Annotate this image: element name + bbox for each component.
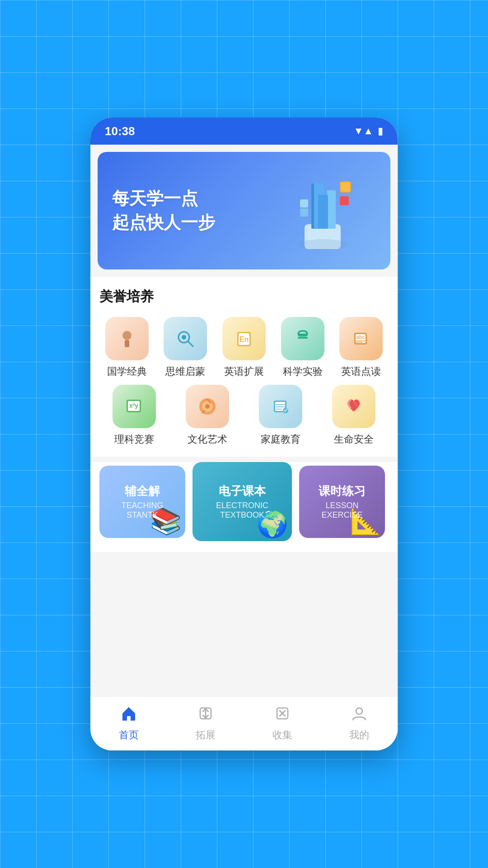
svg-point-16 [182, 335, 186, 340]
nav-collect-label: 收集 [272, 728, 292, 742]
nav-mine-label: 我的 [349, 728, 369, 742]
svg-rect-8 [341, 182, 350, 192]
svg-point-12 [298, 239, 347, 250]
jiating-label: 家庭教育 [261, 434, 300, 445]
yingyu2-label: 英语点读 [341, 366, 381, 377]
shengming-label: 生命安全 [334, 434, 374, 445]
lesson-title-cn: 课时练习 [319, 483, 366, 499]
pujie-title-en: TEACHINGSTANTK [121, 501, 163, 520]
svg-rect-22 [299, 336, 307, 337]
svg-rect-6 [318, 195, 328, 229]
kexue-label: 科学实验 [283, 366, 323, 377]
category-kexue[interactable]: 科学实验 [275, 317, 330, 377]
books-svg [273, 156, 372, 256]
feature-card-pujie[interactable]: 辅全解 TEACHINGSTANTK 📚 [99, 466, 185, 538]
svg-rect-9 [340, 196, 349, 205]
yingyu2-icon-box: abc [339, 317, 383, 360]
banner-text: 每天学一点 起点快人一步 [112, 187, 215, 235]
svg-point-34 [205, 404, 210, 409]
nav-collect[interactable]: 收集 [244, 705, 321, 742]
electronic-title-en: ELECTRONICTEXTBOOK [216, 501, 268, 520]
svg-rect-23 [298, 337, 308, 339]
banner-illustration [273, 156, 381, 265]
category-yingyu2[interactable]: abc 英语点读 [333, 317, 389, 377]
feature-cards-container[interactable]: 辅全解 TEACHINGSTANTK 📚 电子课本 ELECTRONICTEXT… [90, 462, 398, 545]
mine-icon [351, 705, 367, 726]
category-like[interactable]: x²y 理科竞赛 [99, 385, 169, 445]
expand-icon [197, 705, 214, 726]
like-icon-box: x²y [113, 385, 156, 428]
feature-section: 辅全解 TEACHINGSTANTK 📚 电子课本 ELECTRONICTEXT… [90, 462, 398, 552]
signal-icon: ▼▲ [353, 125, 373, 137]
scroll-content[interactable]: 每天学一点 起点快人一步 [90, 145, 398, 696]
category-guoxue[interactable]: 国学经典 [99, 317, 155, 377]
wenhua-label: 文化艺术 [188, 434, 227, 445]
siwei-icon-box [164, 317, 207, 360]
svg-rect-10 [300, 199, 308, 208]
siwei-label: 思维启蒙 [165, 366, 205, 377]
bottom-navigation: 首页 拓展 收集 我的 [90, 696, 398, 750]
nav-expand-label: 拓展 [196, 728, 216, 742]
svg-rect-3 [311, 184, 314, 229]
phone-frame: 10:38 ▼▲ ▮ 每天学一点 起点快人一步 [90, 118, 398, 750]
yingyu-label: 英语扩展 [224, 366, 264, 377]
nav-mine[interactable]: 我的 [321, 705, 398, 742]
status-time: 10:38 [105, 124, 135, 138]
nav-expand[interactable]: 拓展 [167, 705, 244, 742]
feature-card-lesson[interactable]: 课时练习 LESSONEXERCISE 📐 [299, 466, 385, 538]
banner-title: 每天学一点 起点快人一步 [112, 187, 215, 235]
guoxue-icon-box [105, 317, 149, 360]
banner: 每天学一点 起点快人一步 [98, 152, 390, 269]
svg-text:abc: abc [357, 334, 365, 340]
svg-point-13 [122, 331, 131, 340]
category-jiating[interactable]: 家庭教育 [246, 385, 315, 445]
nav-home[interactable]: 首页 [90, 705, 167, 742]
pujie-title-cn: 辅全解 [125, 483, 160, 499]
wenhua-icon-box [186, 385, 229, 428]
guoxue-label: 国学经典 [107, 366, 147, 377]
collect-icon [274, 705, 291, 726]
icon-grid-row2: x²y 理科竞赛 文化艺术 家庭教育 [99, 385, 389, 445]
jiating-icon-box [259, 385, 302, 428]
svg-rect-21 [298, 334, 308, 336]
category-yingyu[interactable]: En 英语扩展 [216, 317, 272, 377]
lesson-title-en: LESSONEXERCISE [321, 501, 362, 520]
svg-rect-11 [300, 208, 308, 217]
battery-icon: ▮ [378, 125, 383, 137]
yingyu-icon-box: En [222, 317, 266, 360]
category-wenhua[interactable]: 文化艺术 [173, 385, 242, 445]
home-icon [121, 705, 137, 726]
svg-text:En: En [239, 335, 249, 343]
status-icons: ▼▲ ▮ [353, 125, 383, 137]
category-shengming[interactable]: 生命安全 [319, 385, 389, 445]
electronic-title-cn: 电子课本 [219, 483, 266, 499]
status-bar: 10:38 ▼▲ ▮ [90, 118, 398, 145]
svg-line-17 [188, 341, 193, 346]
svg-text:x²y: x²y [129, 402, 138, 409]
category-section: 美誉培养 国学经典 思维启蒙 [90, 277, 398, 457]
svg-rect-14 [125, 340, 129, 347]
section-title: 美誉培养 [99, 288, 389, 306]
svg-point-48 [356, 708, 362, 714]
like-label: 理科竞赛 [114, 434, 154, 445]
shengming-icon-box [332, 385, 375, 428]
kexue-icon-box [281, 317, 324, 360]
feature-card-electronic[interactable]: 电子课本 ELECTRONICTEXTBOOK 🌍 [192, 462, 292, 541]
category-siwei[interactable]: 思维启蒙 [158, 317, 213, 377]
nav-home-label: 首页 [119, 728, 139, 742]
icon-grid-row1: 国学经典 思维启蒙 En 英语扩展 [99, 317, 389, 377]
